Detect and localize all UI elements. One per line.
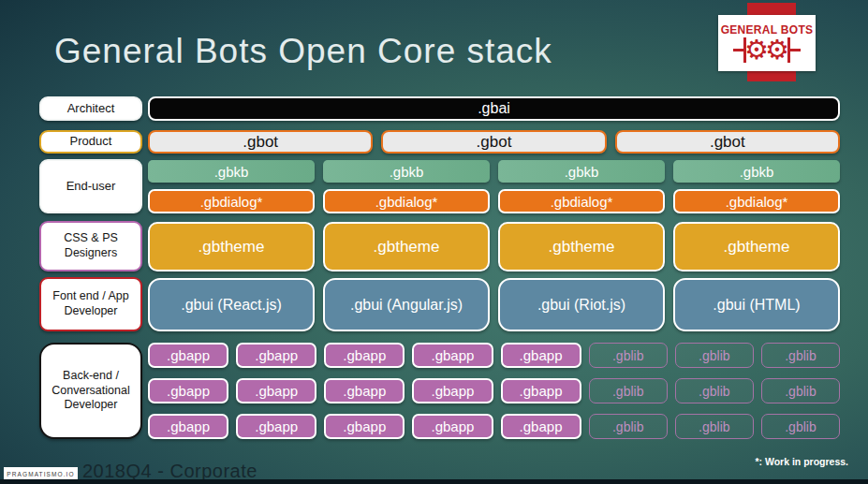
brand-logo: GENERAL BOTS ⚙ ⚙ bbox=[718, 15, 816, 71]
row-gbdialog: .gbdialog* .gbdialog* .gbdialog* .gbdial… bbox=[148, 189, 840, 213]
gears-icon: ⚙ ⚙ bbox=[733, 37, 801, 64]
gear-icon: ⚙ bbox=[765, 37, 789, 64]
gbot-block: .gbot bbox=[615, 130, 840, 154]
gbapp-block: .gbapp bbox=[236, 343, 316, 368]
row-gbapp-2: .gbapp .gbapp .gbapp .gbapp .gbapp .gbli… bbox=[148, 378, 840, 403]
gbapp-block: .gbapp bbox=[236, 378, 316, 403]
gear-tick-left-icon bbox=[733, 49, 743, 51]
row-gbapp-3: .gbapp .gbapp .gbapp .gbapp .gbapp .gbli… bbox=[148, 414, 840, 439]
gbdialog-block: .gbdialog* bbox=[498, 189, 665, 213]
gblib-block: .gblib bbox=[761, 414, 840, 439]
gbtheme-block: .gbtheme bbox=[323, 222, 490, 271]
gblib-block: .gblib bbox=[675, 343, 754, 368]
gbapp-block: .gbapp bbox=[501, 378, 581, 403]
gbapp-block: .gbapp bbox=[236, 414, 316, 439]
row-label-end-user: End-user bbox=[39, 159, 142, 213]
gbui-riot-block: .gbui (Riot.js) bbox=[498, 278, 665, 331]
gbapp-block: .gbapp bbox=[324, 414, 405, 439]
gbapp-block: .gbapp bbox=[148, 343, 228, 368]
slide: General Bots Open Core stack GENERAL BOT… bbox=[0, 0, 868, 484]
gblib-block: .gblib bbox=[675, 414, 754, 439]
gbdialog-block: .gbdialog* bbox=[323, 189, 490, 213]
row-label-frontend: Font end / App Developer bbox=[39, 277, 142, 331]
row-label-backend: Back-end / Conversational Developer bbox=[39, 343, 142, 439]
gblib-block: .gblib bbox=[675, 378, 754, 403]
gbdialog-block: .gbdialog* bbox=[148, 189, 315, 213]
bottom-edge bbox=[0, 479, 868, 484]
row-label-architect: Architect bbox=[39, 96, 142, 121]
row-label-designers: CSS & PS Designers bbox=[39, 221, 142, 271]
row-gbapp-1: .gbapp .gbapp .gbapp .gbapp .gbapp .gbli… bbox=[148, 343, 840, 368]
gbtheme-block: .gbtheme bbox=[498, 222, 665, 271]
gbtheme-block: .gbtheme bbox=[673, 222, 840, 271]
gblib-block: .gblib bbox=[589, 343, 668, 368]
gbapp-block: .gbapp bbox=[412, 343, 493, 368]
gbkb-block: .gbkb bbox=[673, 160, 840, 183]
gbapp-block: .gbapp bbox=[501, 414, 581, 439]
gbapp-block: .gbapp bbox=[148, 378, 228, 403]
row-gbkb: .gbkb .gbkb .gbkb .gbkb bbox=[148, 160, 840, 183]
gbai-block: .gbai bbox=[148, 96, 840, 121]
row-gbot: .gbot .gbot .gbot bbox=[148, 130, 840, 154]
gbapp-block: .gbapp bbox=[412, 378, 493, 403]
gbapp-block: .gbapp bbox=[412, 414, 493, 439]
gbdialog-block: .gbdialog* bbox=[673, 189, 840, 213]
gbapp-block: .gbapp bbox=[324, 343, 405, 368]
gblib-block: .gblib bbox=[589, 414, 668, 439]
gbapp-block: .gbapp bbox=[324, 378, 405, 403]
row-gbai: .gbai bbox=[148, 96, 840, 121]
footnote: *: Work in progress. bbox=[755, 456, 848, 467]
page-title: General Bots Open Core stack bbox=[54, 32, 552, 71]
gbui-html-block: .gbui (HTML) bbox=[673, 278, 840, 331]
gbapp-block: .gbapp bbox=[501, 343, 581, 368]
gbapp-block: .gbapp bbox=[148, 414, 228, 439]
gbkb-block: .gbkb bbox=[148, 160, 315, 183]
gbui-angular-block: .gbui (Angular.js) bbox=[323, 278, 490, 331]
row-label-product: Product bbox=[39, 130, 142, 154]
gbui-react-block: .gbui (React.js) bbox=[148, 278, 315, 331]
gblib-block: .gblib bbox=[761, 378, 840, 403]
gbot-block: .gbot bbox=[148, 130, 373, 154]
gbot-block: .gbot bbox=[381, 130, 606, 154]
gbkb-block: .gbkb bbox=[498, 160, 665, 183]
gbtheme-block: .gbtheme bbox=[148, 222, 315, 271]
gblib-block: .gblib bbox=[589, 378, 668, 403]
row-gbtheme: .gbtheme .gbtheme .gbtheme .gbtheme bbox=[148, 222, 840, 271]
gear-tick-right-icon bbox=[790, 49, 801, 51]
row-gbui: .gbui (React.js) .gbui (Angular.js) .gbu… bbox=[148, 278, 840, 331]
gblib-block: .gblib bbox=[761, 343, 840, 368]
gbkb-block: .gbkb bbox=[323, 160, 490, 183]
